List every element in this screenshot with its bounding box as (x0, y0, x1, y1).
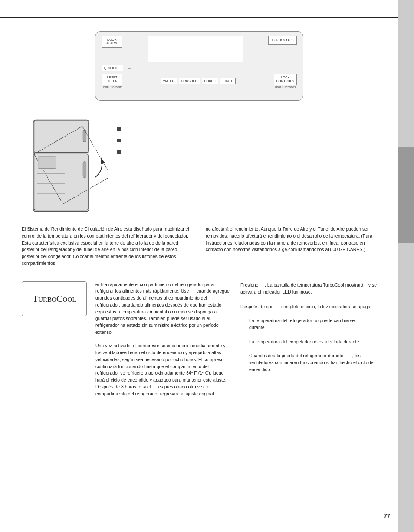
sidebar-gray-block (398, 147, 414, 243)
bullet-item-3 (117, 150, 377, 154)
bullet-item-2 (117, 138, 377, 142)
hold-text-right: Hold 3 seconds (275, 85, 296, 88)
btn-turbocool: TurboCool (268, 36, 297, 45)
svg-rect-9 (38, 157, 56, 169)
turbocool-logo-span: TurboCool (33, 293, 76, 304)
bullet-square-2 (117, 139, 121, 142)
control-panel-container: DOORALARM TurboCool QUICK ICE ← RESE (22, 27, 377, 105)
control-panel: DOORALARM TurboCool QUICK ICE ← RESE (95, 31, 303, 101)
turbocool-note-1: La temperatura del refrigerador no puede… (249, 317, 377, 331)
panel-display (148, 36, 243, 62)
turbocool-para-2: Una vez activado, el compresor se encend… (95, 343, 232, 397)
left-buttons: DOORALARM (102, 36, 122, 48)
right-sidebar (398, 0, 414, 532)
turbocool-right-para1: Presione . La pantalla de temperatura Tu… (240, 281, 377, 296)
air-circ-left: El Sistema de Rendimiento de Circulación… (22, 226, 193, 267)
btn-quick-ice: QUICK ICE (102, 65, 123, 71)
section-control-panel: DOORALARM TurboCool QUICK ICE ← RESE (0, 18, 398, 114)
turbocool-para-1: enfría rápidamente el compartimiento del… (95, 281, 232, 336)
btn-door-alarm: DOORALARM (102, 36, 122, 48)
turbocool-desc-right: Presione . La pantalla de temperatura Tu… (240, 281, 377, 373)
fridge-image (22, 118, 108, 214)
svg-rect-5 (83, 162, 86, 178)
turbocool-logo-box: TurboCool (22, 281, 87, 316)
bullet-list (117, 118, 377, 154)
bullet-item-1 (117, 127, 377, 131)
btn-cubed: Cubed (202, 78, 218, 84)
btn-light: Light (220, 78, 236, 84)
turbocool-note-3: Cuando abra la puerta del refrigerador d… (249, 352, 377, 373)
btn-water: Water (161, 78, 177, 84)
btn-reset-filter: RESETFILTER (102, 74, 122, 85)
turbocool-note-2: La temperatura del congelador no es afec… (249, 339, 377, 346)
section-turbocool: TurboCool enfría rápidamente el comparti… (0, 274, 398, 405)
hold-text-left: Hold 3 seconds (102, 85, 122, 88)
fridge-svg (22, 118, 108, 213)
turbocool-right-para2: Después de que complete el ciclo, la luz… (240, 303, 377, 310)
svg-rect-1 (34, 121, 89, 152)
page-number: 77 (384, 512, 390, 519)
section-air-circulation: El Sistema de Rendimiento de Circulación… (0, 219, 398, 274)
turbocool-logo-text: TurboCool (33, 293, 76, 304)
air-circ-right: no afectará el rendimiento. Aunque la To… (206, 226, 377, 267)
bullet-square-1 (117, 127, 121, 131)
bullet-square-3 (117, 150, 121, 154)
btn-lock-controls: LOCKCONTROLS (274, 74, 297, 85)
turbocool-desc-left: enfría rápidamente el compartimiento del… (95, 281, 232, 398)
btn-crushed: Crushed (179, 78, 200, 84)
section-fridge-image (0, 114, 398, 219)
water-crushed-group: Water Crushed Cubed Light (161, 78, 236, 84)
